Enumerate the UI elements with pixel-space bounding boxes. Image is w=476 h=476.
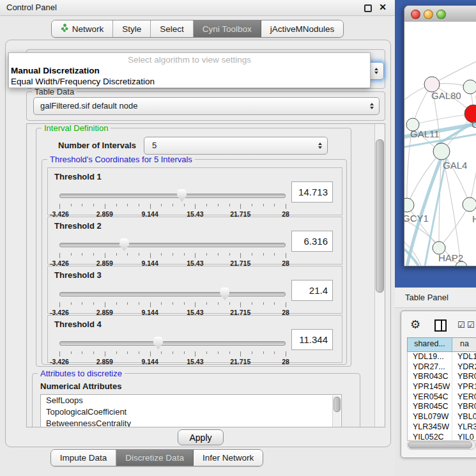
table-row[interactable]: YDR27... YDR2 (408, 362, 476, 372)
threshold-slider[interactable]: -3.4262.8599.14415.4321.71528 (59, 284, 286, 312)
tab[interactable]: Style (113, 20, 151, 37)
table-cell[interactable]: YBR0 (452, 402, 476, 412)
numerical-attributes-label: Numerical Attributes (40, 381, 121, 391)
window-title: Control Panel (6, 3, 57, 12)
scrollbar-thumb[interactable] (376, 139, 384, 293)
table-row[interactable]: YBR045C YBR0 (408, 402, 476, 412)
table-panel-section: Table Panel ⚙ ☑ ☑ shared... na YDL19... … (395, 288, 476, 476)
table-cell[interactable]: YBR045C (408, 402, 452, 412)
tab[interactable]: Network (52, 20, 114, 37)
table-row[interactable]: YLR345W YLR3 (408, 422, 476, 433)
table-cell[interactable]: YIL052C (408, 433, 452, 441)
apply-button[interactable]: Apply (178, 429, 224, 445)
network-node-label: H (472, 213, 476, 224)
table-cell[interactable]: YLR345W (408, 422, 452, 433)
table-cell[interactable]: YER0 (452, 392, 476, 403)
attributes-group: Attributes to discretize Numerical Attri… (32, 373, 360, 427)
slider-track[interactable] (59, 341, 286, 346)
attribute-list-item[interactable]: BetweennessCentrality (41, 418, 341, 427)
table-row[interactable]: YDL19... YDL1 (408, 352, 476, 362)
threshold-value-field[interactable]: 14.713 (291, 181, 333, 203)
network-canvas[interactable]: GAL80GACGAL11GAL4GCY1HHAP2 (404, 22, 476, 266)
table-row[interactable]: YPR145W YPR1 (408, 382, 476, 392)
threshold-label: Threshold 1 (54, 172, 102, 181)
table-row[interactable]: YIL052C YIL0 (408, 433, 476, 441)
scrollbar-thumb[interactable] (408, 441, 472, 449)
slider-track[interactable] (59, 292, 286, 296)
table-header: shared... na (407, 337, 476, 352)
close-icon[interactable]: ✕ (379, 2, 387, 12)
attribute-list-item[interactable]: TopologicalCoefficient (41, 406, 341, 418)
tab[interactable]: Infer Network (194, 450, 263, 466)
tab[interactable]: jActiveMNodules (261, 20, 344, 37)
threshold-slider[interactable]: -3.4262.8599.14415.4321.71528 (59, 235, 286, 263)
table-cell[interactable]: YDR2 (452, 362, 476, 372)
table-cell[interactable]: YBL0 (452, 412, 476, 422)
table-cell[interactable]: YDL19... (408, 352, 452, 362)
threshold-value-field[interactable]: 21.4 (291, 280, 333, 301)
node-table: shared... na YDL19... YDL1 YDR27... YDR2 (407, 337, 476, 441)
table-cell[interactable]: YDL1 (452, 352, 476, 362)
slider-track[interactable] (59, 243, 286, 247)
table-data-group-title: Table Data (32, 87, 77, 96)
number-of-intervals-spinner[interactable]: 5 (144, 137, 328, 155)
network-node-label: GCY1 (404, 213, 429, 224)
network-edge-highlighted (436, 121, 476, 145)
slider-handle[interactable] (220, 288, 229, 300)
close-traffic-light[interactable] (411, 10, 420, 19)
threshold-label: Threshold 2 (54, 221, 102, 231)
slider-handle[interactable] (119, 238, 129, 251)
minimize-traffic-light[interactable] (424, 10, 433, 19)
control-panel-tabs: Network Style (51, 20, 344, 38)
gear-icon[interactable]: ⚙ (410, 318, 420, 332)
dropdown-option[interactable]: Manual Discretization (9, 65, 370, 76)
table-panel-titlebar: Table Panel (395, 288, 476, 308)
threshold-value-field[interactable]: 6.316 (291, 231, 333, 252)
split-columns-icon[interactable] (434, 319, 447, 332)
slider-handle[interactable] (153, 337, 163, 349)
tab[interactable]: Cyni Toolbox (194, 20, 261, 37)
tab[interactable]: Select (151, 20, 194, 37)
slider-handle[interactable] (177, 189, 187, 202)
table-data-select[interactable]: galFiltered.sif default node (33, 97, 380, 115)
table-cell[interactable]: YBR043C (408, 372, 452, 382)
checkbox-icon[interactable]: ☑ (457, 320, 465, 330)
float-window-icon[interactable] (364, 4, 372, 12)
threshold-slider[interactable]: -3.4262.8599.14415.4321.71528 (59, 334, 286, 362)
attribute-list-item[interactable]: SelfLoops (41, 395, 341, 406)
table-cell[interactable]: YPR145W (408, 382, 452, 392)
zoom-traffic-light[interactable] (436, 10, 446, 19)
settings-vertical-scrollbar[interactable] (374, 124, 385, 427)
tab[interactable]: Discretize Data (116, 450, 194, 466)
checkbox-icon[interactable]: ☑ (467, 320, 475, 330)
network-node-GCY1 (404, 198, 414, 212)
table-row[interactable]: YBL079W YBL0 (408, 412, 476, 422)
network-icon (61, 24, 69, 34)
threshold-label: Threshold 4 (54, 319, 102, 329)
table-cell[interactable]: YDR27... (408, 362, 452, 372)
table-cell[interactable]: YBL079W (408, 412, 452, 422)
table-horizontal-scrollbar[interactable] (407, 440, 476, 450)
tab[interactable]: Impute Data (51, 450, 117, 466)
dropdown-option[interactable]: Equal Width/Frequency Discretization (9, 76, 370, 87)
table-cell[interactable]: YER054C (408, 392, 452, 403)
table-cell[interactable]: YPR1 (452, 382, 476, 392)
table-cell[interactable]: YIL0 (452, 433, 476, 441)
threshold-slider[interactable]: -3.4262.8599.14415.4321.71528 (59, 186, 286, 214)
table-row[interactable]: YER054C YER0 (408, 392, 476, 403)
dropdown-placeholder: Select algorithm to view settings (9, 54, 370, 65)
slider-track[interactable] (59, 194, 286, 198)
control-panel-titlebar: Control Panel ✕ (0, 0, 395, 16)
threshold-value-field[interactable]: 11.344 (291, 329, 333, 350)
attributes-list-scrollbar[interactable] (332, 395, 341, 427)
threshold-label: Threshold 3 (54, 270, 102, 280)
table-cell[interactable]: YLR3 (452, 422, 476, 433)
network-node-GA-partial (463, 80, 476, 94)
table-cell[interactable]: YBR0 (452, 372, 476, 382)
slider-tick-labels: -3.4262.8599.14415.4321.71528 (59, 358, 286, 365)
table-row[interactable]: YBR043C YBR0 (408, 372, 476, 382)
column-header-shared-name[interactable]: shared... (408, 338, 452, 351)
column-header-name[interactable]: na (452, 338, 476, 351)
table-panel-title: Table Panel (405, 293, 449, 302)
scrollbar-thumb[interactable] (334, 397, 341, 412)
